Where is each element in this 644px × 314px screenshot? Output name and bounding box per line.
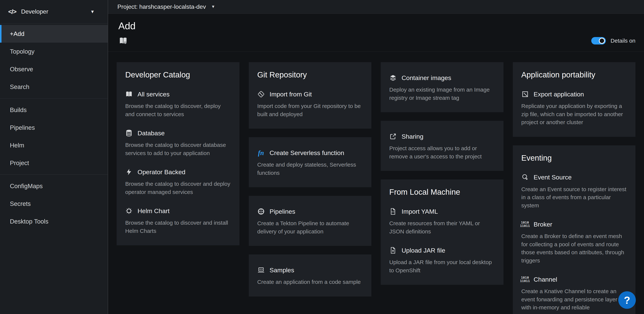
binary-icon: 1010 11011 bbox=[522, 221, 529, 228]
broker-item: 1010 11011 Broker Create a Broker to def… bbox=[522, 221, 627, 265]
import-from-git-link[interactable]: Import from Git bbox=[257, 90, 363, 98]
sidebar-item-add[interactable]: +Add bbox=[0, 25, 108, 43]
main-area: Project: harshcasper-localsta-dev ▼ Add bbox=[108, 0, 644, 314]
card-title: From Local Machine bbox=[389, 188, 495, 197]
sidebar-item-desktop-tools[interactable]: Desktop Tools bbox=[0, 213, 108, 230]
chevron-down-icon: ▼ bbox=[211, 4, 215, 9]
sidebar-item-configmaps[interactable]: ConfigMaps bbox=[0, 177, 108, 195]
export-icon bbox=[522, 90, 529, 98]
add-page-content: Developer Catalog All services Browse th… bbox=[108, 52, 644, 314]
helm-chart-item: Helm Chart Browse the catalog to discove… bbox=[125, 207, 231, 235]
catalog-column-3: Container images Deploy an existing Imag… bbox=[381, 62, 504, 285]
serverless-fn-icon: fn bbox=[257, 149, 265, 157]
database-link[interactable]: Database bbox=[125, 129, 231, 137]
samples-card: Samples Create an application from a cod… bbox=[249, 255, 372, 297]
catalog-column-2: Git Repository bbox=[249, 62, 372, 297]
sidebar-item-project[interactable]: Project bbox=[0, 154, 108, 172]
export-application-link[interactable]: Export application bbox=[522, 90, 627, 98]
sidebar-nav: +Add Topology Observe Search Builds Pipe… bbox=[0, 23, 108, 230]
perspective-switcher[interactable]: </> Developer ▼ bbox=[0, 0, 108, 23]
chevron-down-icon: ▼ bbox=[90, 9, 95, 14]
sharing-item: Sharing Project access allows you to add… bbox=[389, 133, 495, 160]
project-selector-label: Project: harshcasper-localsta-dev bbox=[118, 3, 206, 10]
operator-backed-link[interactable]: Operator Backed bbox=[125, 168, 231, 176]
catalog-column-4: Application portability Export applicati… bbox=[513, 62, 636, 314]
sidebar-item-topology[interactable]: Topology bbox=[0, 43, 108, 60]
channel-item: 1010 11011 Channel Create a Knative Chan… bbox=[522, 276, 627, 312]
book-open-icon bbox=[125, 90, 133, 98]
guided-tour-book-plus-icon[interactable] bbox=[118, 36, 128, 45]
database-icon bbox=[125, 129, 133, 137]
nav-divider bbox=[0, 98, 108, 98]
sidebar-item-search[interactable]: Search bbox=[0, 78, 108, 96]
laptop-code-icon bbox=[257, 266, 265, 274]
bolt-icon bbox=[125, 168, 133, 176]
pipelines-card: Pipelines Create a Tekton Pipeline to au… bbox=[249, 196, 372, 246]
samples-item: Samples Create an application from a cod… bbox=[257, 266, 363, 286]
container-images-link[interactable]: Container images bbox=[389, 74, 495, 81]
create-serverless-function-item: fn Create Serverless function Create and… bbox=[257, 149, 363, 177]
toggle-knob bbox=[599, 38, 605, 44]
page-title: Add bbox=[118, 20, 636, 31]
card-title: Git Repository bbox=[257, 70, 363, 79]
developer-catalog-card: Developer Catalog All services Browse th… bbox=[117, 62, 240, 245]
sidebar-item-helm[interactable]: Helm bbox=[0, 136, 108, 154]
broker-link[interactable]: 1010 11011 Broker bbox=[522, 221, 627, 228]
project-toolbar: Project: harshcasper-localsta-dev ▼ bbox=[108, 0, 644, 13]
details-toggle-label: Details on bbox=[611, 38, 636, 44]
tekton-pipelines-icon bbox=[257, 208, 265, 215]
git-icon bbox=[257, 90, 265, 98]
eventing-card: Eventing Event Source bbox=[513, 145, 636, 314]
samples-link[interactable]: Samples bbox=[257, 266, 363, 274]
export-application-item: Export application Replicate your applic… bbox=[522, 90, 627, 126]
helm-chart-link[interactable]: Helm Chart bbox=[125, 207, 231, 215]
catalog-grid: Developer Catalog All services Browse th… bbox=[117, 62, 636, 314]
card-title: Developer Catalog bbox=[125, 70, 231, 79]
sharing-card: Sharing Project access allows you to add… bbox=[381, 121, 504, 171]
help-button[interactable]: ? bbox=[618, 291, 636, 309]
sidebar-item-secrets[interactable]: Secrets bbox=[0, 195, 108, 213]
event-source-item: Event Source Create an Event source to r… bbox=[522, 174, 627, 210]
channel-link[interactable]: 1010 11011 Channel bbox=[522, 276, 627, 283]
layers-icon bbox=[389, 74, 397, 81]
helm-wheel-icon bbox=[125, 207, 133, 215]
page-header: Add Details on bbox=[108, 13, 644, 52]
nav-divider bbox=[0, 174, 108, 175]
event-source-link[interactable]: Event Source bbox=[522, 174, 627, 181]
import-from-git-item: Import from Git Import code from your Gi… bbox=[257, 90, 363, 118]
import-yaml-link[interactable]: Import YAML bbox=[389, 208, 495, 215]
serverless-function-card: fn Create Serverless function Create and… bbox=[249, 137, 372, 187]
all-services-item: All services Browse the catalog to disco… bbox=[125, 90, 231, 118]
container-images-item: Container images Deploy an existing Imag… bbox=[389, 74, 495, 102]
catalog-column-1: Developer Catalog All services Browse th… bbox=[117, 62, 240, 245]
sidebar: </> Developer ▼ +Add Topology Observe Se… bbox=[0, 0, 108, 314]
database-item: Database Browse the catalog to discover … bbox=[125, 129, 231, 157]
git-repository-card: Git Repository bbox=[249, 62, 372, 129]
pipelines-link[interactable]: Pipelines bbox=[257, 208, 363, 215]
details-toggle[interactable] bbox=[591, 37, 606, 44]
operator-backed-item: Operator Backed Browse the catalog to di… bbox=[125, 168, 231, 196]
card-title: Application portability bbox=[522, 70, 627, 79]
import-yaml-item: Import YAML Create resources from their … bbox=[389, 208, 495, 236]
file-upload-icon bbox=[389, 247, 397, 254]
card-title: Eventing bbox=[522, 154, 627, 162]
openshift-console: </> Developer ▼ +Add Topology Observe Se… bbox=[0, 0, 644, 314]
upload-jar-file-item: Upload JAR file Upload a JAR file from y… bbox=[389, 247, 495, 274]
perspective-label: Developer bbox=[21, 8, 48, 15]
upload-jar-file-link[interactable]: Upload JAR file bbox=[389, 247, 495, 254]
container-images-card: Container images Deploy an existing Imag… bbox=[381, 62, 504, 112]
pipelines-item: Pipelines Create a Tekton Pipeline to au… bbox=[257, 208, 363, 236]
all-services-link[interactable]: All services bbox=[125, 90, 231, 98]
code-icon: </> bbox=[8, 8, 16, 15]
create-serverless-function-link[interactable]: fn Create Serverless function bbox=[257, 149, 363, 157]
sidebar-item-pipelines[interactable]: Pipelines bbox=[0, 119, 108, 136]
share-icon bbox=[389, 133, 397, 140]
sidebar-item-observe[interactable]: Observe bbox=[0, 60, 108, 78]
project-selector[interactable]: Project: harshcasper-localsta-dev ▼ bbox=[118, 3, 215, 10]
application-portability-card: Application portability Export applicati… bbox=[513, 62, 636, 137]
event-source-icon bbox=[522, 174, 529, 181]
file-code-icon bbox=[389, 208, 397, 215]
sidebar-item-builds[interactable]: Builds bbox=[0, 101, 108, 119]
binary-icon: 1010 11011 bbox=[522, 276, 529, 283]
sharing-link[interactable]: Sharing bbox=[389, 133, 495, 140]
